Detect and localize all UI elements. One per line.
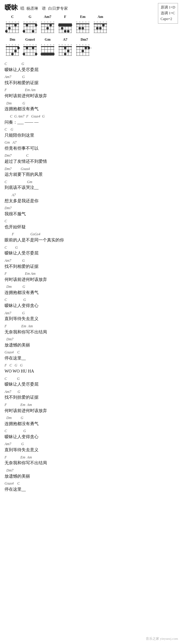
lyric-line: 连拥抱都没有勇气 <box>5 106 176 112</box>
chord-line: Am7 G <box>5 389 176 394</box>
lyric-line: 些竟有些事不可以 <box>5 145 176 152</box>
chord-F: F <box>57 15 73 36</box>
svg-text:x: x <box>6 43 7 46</box>
svg-text:x: x <box>6 21 7 23</box>
chord-line: F Em Am <box>5 271 176 276</box>
watermark: 音乐之家 yinyuezj.com <box>146 636 178 641</box>
key-tuning: 选调 1=C <box>161 10 175 16</box>
svg-text:o: o <box>15 21 16 23</box>
svg-text:o: o <box>47 21 48 23</box>
svg-point-163 <box>64 47 66 49</box>
key-info-box: 原调 1=D 选调 1=C Capo=2 <box>158 3 178 24</box>
svg-point-50 <box>46 27 49 29</box>
chord-line: Gsus4 C <box>5 350 176 355</box>
svg-text:o: o <box>23 43 25 46</box>
chord-A7: A7 x o o o o <box>57 37 73 58</box>
svg-point-79 <box>82 27 84 29</box>
svg-point-112 <box>14 50 17 52</box>
lyric-line: 问奏：___ —— — <box>5 119 176 126</box>
svg-text:o: o <box>79 21 80 23</box>
svg-point-63 <box>67 30 69 32</box>
svg-point-129 <box>26 47 28 49</box>
svg-text:o: o <box>88 43 89 46</box>
svg-text:o: o <box>62 43 63 46</box>
lyric-line: 找不到相爱的证据 <box>5 80 176 86</box>
singer-section: 唱 杨丞琳 <box>20 6 39 11</box>
arranger-label: 谱 <box>42 6 46 11</box>
chord-line: C G Am7 F Gsus4 G <box>5 114 176 119</box>
chord-row-1: C x o o o o <box>5 15 176 36</box>
lyric-line: 何时该前进何时该放弃 <box>5 93 176 99</box>
chord-Gsus4: Gsus4 o o o o o <box>22 37 38 58</box>
lyric-line: 找不到相爱的证据 <box>5 263 176 270</box>
svg-text:1: 1 <box>91 47 92 49</box>
chord-line: Am7 G <box>5 74 176 80</box>
lyric-line: 远方就要下雨的风景 <box>5 171 176 178</box>
svg-point-34 <box>23 30 25 32</box>
svg-text:o: o <box>76 21 77 23</box>
chord-line: C Gm <box>5 179 176 185</box>
svg-point-14 <box>14 24 17 26</box>
svg-text:x: x <box>59 43 60 46</box>
svg-rect-147 <box>41 53 55 55</box>
svg-text:x: x <box>41 21 42 23</box>
lyric-line: 停在这里__ <box>5 355 176 362</box>
svg-text:o: o <box>12 21 13 23</box>
svg-point-33 <box>26 24 28 26</box>
chord-line: C G <box>5 297 176 302</box>
chord-Em: Em o o o o o <box>75 15 91 36</box>
svg-text:o: o <box>35 21 37 23</box>
svg-text:o: o <box>50 43 51 46</box>
svg-point-78 <box>79 27 81 29</box>
chord-line: F GsGs4 <box>5 232 176 237</box>
svg-text:o: o <box>88 21 89 23</box>
svg-text:o: o <box>85 21 86 23</box>
key-capo: Capo=2 <box>161 16 175 22</box>
chord-line: F C G G <box>5 363 176 368</box>
svg-text:x: x <box>9 43 10 46</box>
svg-text:o: o <box>71 43 72 46</box>
svg-text:x: x <box>41 43 42 46</box>
lyric-line: 想太多是我还是你 <box>5 198 176 204</box>
svg-text:o: o <box>9 21 10 23</box>
svg-point-94 <box>102 24 105 26</box>
chord-line: Dm7 Gsus4 <box>5 166 176 172</box>
chord-line: Dm7 <box>5 337 176 342</box>
lyric-line: 我很不服气 <box>5 211 176 217</box>
svg-text:o: o <box>65 43 66 46</box>
chord-line: F Em Am <box>5 402 176 407</box>
chord-line: C G <box>5 127 176 132</box>
svg-point-130 <box>32 47 34 49</box>
lyric-line: 无奈我和你写不出结局 <box>5 460 176 466</box>
svg-text:x: x <box>79 43 80 46</box>
lyric-line: 无奈我和你写不出结局 <box>5 329 176 336</box>
svg-text:o: o <box>12 43 13 46</box>
chord-Am7: Am7 x o o o o <box>40 15 55 36</box>
chord-line: Dm7 <box>5 468 176 473</box>
chord-line: Gsus4 C <box>5 481 176 486</box>
arranger-name: 白日梦专家 <box>48 6 68 11</box>
svg-text:o: o <box>85 43 86 46</box>
svg-text:o: o <box>32 21 34 23</box>
svg-point-164 <box>64 53 66 55</box>
lyric-line: 到底该不该哭泣__ <box>5 184 176 191</box>
lyric-line: 暧昧让人变得贪心 <box>5 434 176 440</box>
chord-line: F Em Am <box>5 455 176 460</box>
chord-line: Dm7 C <box>5 153 176 158</box>
svg-point-16 <box>5 30 8 32</box>
svg-point-165 <box>67 50 69 52</box>
svg-point-61 <box>61 27 63 29</box>
lyric-line: 只能陪你到这里 <box>5 132 176 139</box>
chord-line: Am7 G <box>5 311 176 316</box>
chord-line: F Em Am <box>5 87 176 93</box>
song-title: 暧昧 <box>5 3 18 12</box>
svg-rect-60 <box>58 24 72 26</box>
lyric-line: 暧昧让人受尽委屈 <box>5 250 176 257</box>
header: 暧昧 唱 杨丞琳 谱 白日梦专家 <box>5 3 176 12</box>
svg-text:o: o <box>29 43 31 46</box>
svg-text:o: o <box>29 21 31 23</box>
lyric-line: 停在这里__ <box>5 486 176 493</box>
svg-text:o: o <box>68 43 69 46</box>
svg-text:o: o <box>35 43 37 46</box>
lyrics-section: C G暧昧让人受尽委屈Am7 G找不到相爱的证据F Em Am何时该前进何时该放… <box>5 61 176 493</box>
